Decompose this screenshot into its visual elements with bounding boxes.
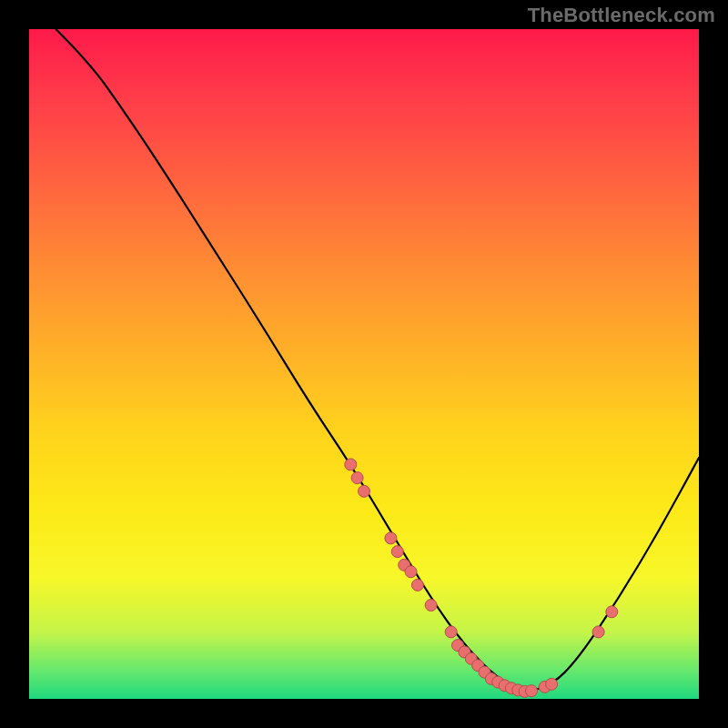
chart-overlay bbox=[29, 29, 699, 699]
data-point bbox=[345, 459, 357, 470]
data-points-group bbox=[345, 459, 618, 698]
data-point bbox=[359, 485, 370, 497]
data-point bbox=[405, 566, 417, 578]
data-point bbox=[546, 678, 558, 690]
chart-container: TheBottleneck.com bbox=[0, 0, 728, 728]
data-point bbox=[385, 532, 397, 544]
data-point bbox=[445, 626, 457, 638]
attribution-label: TheBottleneck.com bbox=[528, 4, 715, 27]
data-point bbox=[425, 600, 437, 612]
plot-area bbox=[29, 29, 699, 699]
bottleneck-curve bbox=[56, 29, 699, 690]
data-point bbox=[592, 626, 604, 638]
data-point bbox=[351, 472, 363, 484]
data-point bbox=[411, 579, 423, 591]
data-point bbox=[606, 606, 618, 618]
data-point bbox=[526, 685, 538, 697]
data-point bbox=[391, 546, 403, 558]
